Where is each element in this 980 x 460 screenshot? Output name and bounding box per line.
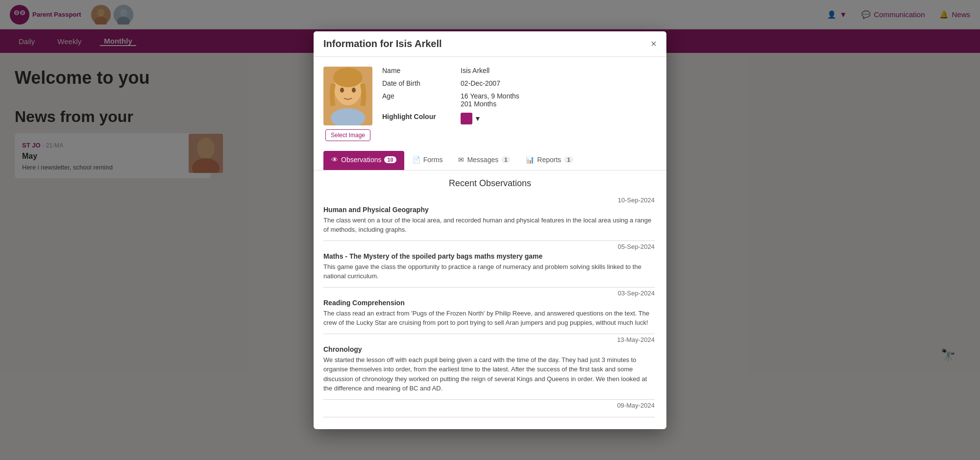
obs-text-2: The class read an extract from 'Pugs of … <box>323 309 655 328</box>
colour-dropdown[interactable]: ▼ <box>474 115 481 122</box>
dob-row: Date of Birth 02-Dec-2007 <box>382 79 657 87</box>
highlight-label: Highlight Colour <box>382 113 461 121</box>
name-row: Name Isis Arkell <box>382 67 657 74</box>
eye-icon: 👁 <box>331 156 338 164</box>
name-label: Name <box>382 67 461 74</box>
svg-point-18 <box>352 88 356 93</box>
name-value: Isis Arkell <box>461 67 490 74</box>
obs-subject-2: Reading Comprehension <box>323 299 655 307</box>
age-row: Age 16 Years, 9 Months 201 Months <box>382 92 657 108</box>
student-info-section: Select Image Name Isis Arkell Date of Bi… <box>323 67 657 141</box>
dob-label: Date of Birth <box>382 79 461 87</box>
obs-text-0: The class went on a tour of the local ar… <box>323 216 655 235</box>
observations-container: Recent Observations 10-Sep-2024 Human an… <box>323 170 657 419</box>
obs-subject-3: Chronology <box>323 345 655 353</box>
obs-date-3: 13-May-2024 <box>323 336 655 343</box>
obs-date-0: 10-Sep-2024 <box>323 196 655 204</box>
reports-icon: 📊 <box>526 156 534 164</box>
observation-item: 03-Sep-2024 Reading Comprehension The cl… <box>323 290 655 334</box>
observations-section-title: Recent Observations <box>323 178 657 189</box>
modal-body: Select Image Name Isis Arkell Date of Bi… <box>314 57 666 429</box>
student-info-table: Name Isis Arkell Date of Birth 02-Dec-20… <box>382 67 657 141</box>
obs-subject-1: Maths - The Mystery of the spoiled party… <box>323 252 655 260</box>
modal-overlay: Information for Isis Arkell × <box>0 0 980 460</box>
observation-item: 10-Sep-2024 Human and Physical Geography… <box>323 196 655 241</box>
observation-item: 05-Sep-2024 Maths - The Mystery of the s… <box>323 243 655 288</box>
student-photo-area: Select Image <box>323 67 372 141</box>
modal: Information for Isis Arkell × <box>314 31 666 429</box>
obs-text-3: We started the lesson off with each pupi… <box>323 355 655 393</box>
highlight-swatch: ▼ <box>461 113 481 124</box>
forms-icon: 📄 <box>412 156 420 164</box>
observations-list: 10-Sep-2024 Human and Physical Geography… <box>323 196 657 419</box>
messages-icon: ✉ <box>458 156 464 164</box>
tab-reports[interactable]: 📊 Reports 1 <box>518 151 581 170</box>
colour-swatch-box[interactable] <box>461 113 472 124</box>
tab-messages[interactable]: ✉ Messages 1 <box>450 151 518 170</box>
messages-badge: 1 <box>501 156 510 163</box>
obs-subject-0: Human and Physical Geography <box>323 206 655 214</box>
observation-item: 13-May-2024 Chronology We started the le… <box>323 336 655 400</box>
obs-text-1: This game gave the class the opportunity… <box>323 262 655 281</box>
student-photo-image <box>323 67 372 125</box>
tab-forms[interactable]: 📄 Forms <box>404 151 451 170</box>
modal-close-button[interactable]: × <box>651 39 657 48</box>
modal-header: Information for Isis Arkell × <box>314 31 666 57</box>
tabs-row: 👁 Observations 10 📄 Forms ✉ Messages 1 <box>314 151 666 170</box>
svg-point-17 <box>340 88 344 93</box>
age-label: Age <box>382 92 461 100</box>
observation-item: 09-May-2024 <box>323 402 655 417</box>
student-photo <box>323 67 372 125</box>
age-value: 16 Years, 9 Months 201 Months <box>461 92 519 108</box>
obs-date-2: 03-Sep-2024 <box>323 290 655 297</box>
highlight-row: Highlight Colour ▼ <box>382 113 657 124</box>
highlight-value: ▼ <box>461 113 481 124</box>
dob-value: 02-Dec-2007 <box>461 79 500 87</box>
svg-point-16 <box>333 68 363 87</box>
select-image-button[interactable]: Select Image <box>325 129 370 141</box>
reports-badge: 1 <box>564 156 573 163</box>
observations-badge: 10 <box>384 156 396 163</box>
obs-date-1: 05-Sep-2024 <box>323 243 655 250</box>
tab-observations[interactable]: 👁 Observations 10 <box>323 151 404 170</box>
obs-date-4: 09-May-2024 <box>323 402 655 409</box>
modal-title: Information for Isis Arkell <box>323 38 442 49</box>
